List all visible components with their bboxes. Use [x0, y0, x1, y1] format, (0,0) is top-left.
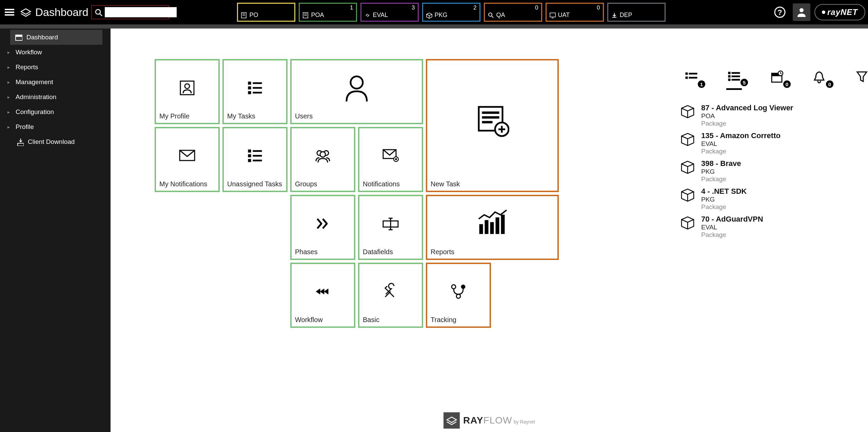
menu-toggle-button[interactable] [3, 5, 16, 19]
tile-label: Phases [295, 248, 351, 256]
task-item[interactable]: 398 - Brave PKG Package [680, 159, 868, 183]
filter-list1[interactable]: 1 [684, 69, 699, 90]
task-title: 135 - Amazon Corretto [701, 131, 781, 140]
task-title: 398 - Brave [701, 159, 741, 168]
sidebar-item-label: Dashboard [26, 34, 58, 41]
sidebar-item-profile[interactable]: ▸Profile [0, 119, 111, 134]
tile-tracking[interactable]: Tracking [426, 263, 491, 328]
phase-pkg[interactable]: 2 PKG [422, 3, 480, 22]
sidebar-item-label: Reports [16, 63, 38, 71]
sidebar-item-label: Workflow [16, 49, 42, 56]
sidebar-item-reports[interactable]: ▸Reports [0, 60, 111, 75]
phase-count: 2 [473, 4, 476, 11]
chart-icon [431, 199, 554, 248]
sidebar-item-configuration[interactable]: ▸Configuration [0, 105, 111, 119]
raynet-text: rayNET [827, 7, 858, 17]
task-title: 70 - AdGuardVPN [701, 215, 763, 224]
phase-poa[interactable]: 1 POA [299, 3, 357, 22]
sidebar-item-dashboard[interactable]: Dashboard [10, 30, 102, 45]
phase-uat[interactable]: 0 UAT [546, 3, 604, 22]
task-type: Package [701, 175, 741, 183]
app-logo-icon[interactable] [18, 5, 33, 20]
branch-icon [431, 267, 486, 316]
task-phase: EVAL [701, 140, 781, 148]
chevron-right-icon: ▸ [7, 124, 12, 130]
tile-label: My Tasks [227, 112, 283, 120]
package-icon [680, 104, 695, 118]
list-icon [227, 63, 283, 112]
tile-basic[interactable]: Basic [358, 263, 423, 328]
right-panel: 1 5 0 0 0 87 - Advanced Log Viewer POA P… [680, 69, 868, 239]
tile-unassigned-tasks[interactable]: Unassigned Tasks [222, 127, 288, 192]
sidebar-item-workflow[interactable]: ▸Workflow [0, 45, 111, 60]
phase-po[interactable]: PO [237, 3, 295, 22]
top-bar: Dashboard PO1 POA3 EVAL2 PKG0 QA0 UAT DE… [0, 0, 868, 24]
filter-list2[interactable]: 5 [726, 69, 742, 90]
sidebar-item-label: Management [16, 78, 53, 86]
tile-label: Tracking [431, 316, 486, 324]
sidebar-item-client-download[interactable]: Client Download [0, 134, 111, 149]
phase-qa[interactable]: 0 QA [484, 3, 542, 22]
page-title: Dashboard [35, 6, 88, 19]
sidebar: Dashboard▸Workflow▸Reports▸Management▸Ad… [0, 29, 111, 432]
phase-eval[interactable]: 3 EVAL [360, 3, 419, 22]
phase-dep[interactable]: DEP [607, 3, 666, 22]
phase-strip: PO1 POA3 EVAL2 PKG0 QA0 UAT DEP [237, 3, 666, 22]
footer-mark-icon [443, 412, 460, 429]
phase-count: 0 [597, 4, 600, 11]
sidebar-item-label: Profile [16, 123, 34, 131]
tile-my-notifications[interactable]: My Notifications [155, 127, 220, 192]
tile-datafields[interactable]: Datafields [358, 195, 423, 260]
chevron-right-icon: ▸ [7, 94, 12, 100]
task-phase: PKG [701, 168, 741, 175]
task-item[interactable]: 70 - AdGuardVPN EVAL Package [680, 215, 868, 239]
sidebar-item-label: Configuration [16, 108, 54, 116]
package-icon [680, 159, 695, 174]
raynet-logo[interactable]: rayNET [814, 4, 865, 20]
task-item[interactable]: 4 - .NET SDK PKG Package [680, 187, 868, 211]
filter-bell[interactable]: 0 [812, 69, 827, 90]
phase-label: PKG [435, 12, 448, 19]
task-item[interactable]: 135 - Amazon Corretto EVAL Package [680, 131, 868, 155]
tile-label: Reports [431, 248, 554, 256]
mail-gear-icon [363, 131, 418, 180]
mail-icon [159, 131, 215, 180]
filter-funnel[interactable]: 0 [854, 69, 868, 90]
tile-notifications[interactable]: Notifications [358, 127, 423, 192]
filter-calendar[interactable]: 0 [769, 69, 785, 90]
sidebar-item-management[interactable]: ▸Management [0, 75, 111, 90]
task-type: Package [701, 231, 763, 239]
tile-label: Datafields [363, 248, 418, 256]
sidebar-item-administration[interactable]: ▸Administration [0, 90, 111, 105]
footer-name: RAY [463, 415, 484, 426]
footer-name2: FLOW [484, 415, 512, 426]
tile-my-profile[interactable]: My Profile [155, 59, 220, 124]
tile-phases[interactable]: Phases [290, 195, 355, 260]
tile-label: New Task [431, 180, 554, 188]
user-menu-button[interactable] [793, 3, 810, 21]
task-list: 87 - Advanced Log Viewer POA Package 135… [680, 104, 868, 239]
chevron-right-icon: ▸ [7, 79, 12, 85]
phase-icon [426, 12, 433, 19]
tile-users[interactable]: Users [290, 59, 423, 124]
new-task-icon [431, 63, 554, 180]
sidebar-item-label: Administration [16, 93, 56, 101]
tile-workflow[interactable]: Workflow [290, 263, 355, 328]
search-input[interactable] [105, 7, 177, 17]
footer-sub: by Raynet [514, 419, 535, 425]
tile-my-tasks[interactable]: My Tasks [222, 59, 288, 124]
tile-reports[interactable]: Reports [426, 195, 559, 260]
task-item[interactable]: 87 - Advanced Log Viewer POA Package [680, 104, 868, 127]
phase-icon [302, 12, 309, 19]
task-title: 4 - .NET SDK [701, 187, 747, 196]
tile-label: Notifications [363, 180, 418, 188]
footer-logo: RAYFLOW by Raynet [443, 412, 535, 429]
tile-groups[interactable]: Groups [290, 127, 355, 192]
sidebar-item-label: Client Download [28, 138, 75, 146]
help-button[interactable] [771, 3, 789, 21]
task-type: Package [701, 120, 793, 127]
user-icon [295, 63, 418, 112]
filter-count: 5 [741, 79, 748, 86]
tile-new-task[interactable]: New Task [426, 59, 559, 192]
filter-count: 1 [698, 80, 705, 88]
